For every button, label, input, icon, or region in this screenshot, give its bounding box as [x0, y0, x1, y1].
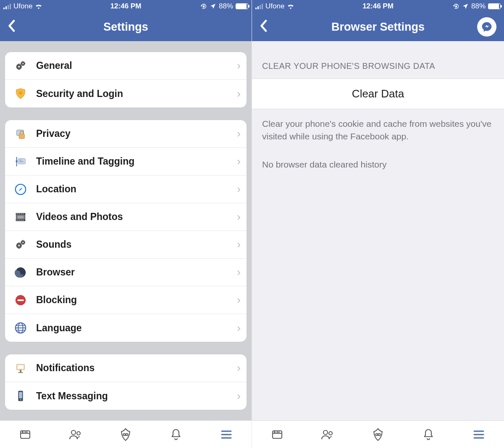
- svg-point-62: [329, 432, 332, 435]
- svg-rect-20: [23, 213, 24, 214]
- privacy-lock-icon: [13, 127, 28, 141]
- settings-row-text-messaging[interactable]: Text Messaging ›: [5, 382, 247, 410]
- tab-feed[interactable]: [268, 425, 286, 444]
- film-icon: [13, 210, 28, 224]
- browser-settings-screen: Ufone 12:46 PM 88% Browser Se: [252, 0, 504, 448]
- messenger-icon: [481, 21, 493, 33]
- row-label: Notifications: [36, 362, 237, 374]
- orientation-lock-icon: [453, 3, 459, 10]
- clear-data-button[interactable]: Clear Data: [252, 79, 504, 109]
- chevron-right-icon: ›: [237, 183, 241, 196]
- settings-row-language[interactable]: Language ›: [5, 314, 247, 342]
- svg-rect-0: [203, 6, 205, 8]
- svg-point-51: [123, 433, 126, 435]
- globe-grid-icon: [13, 321, 28, 335]
- tab-menu[interactable]: [470, 425, 488, 444]
- section-header: CLEAR YOUR PHONE'S BROWSING DATA: [252, 41, 504, 79]
- svg-rect-39: [18, 365, 23, 369]
- wifi-icon: [287, 3, 294, 9]
- svg-point-44: [20, 399, 21, 401]
- compass-icon: [13, 182, 28, 196]
- tab-explore[interactable]: [116, 425, 135, 444]
- browser-settings-content: CLEAR YOUR PHONE'S BROWSING DATA Clear D…: [252, 41, 504, 448]
- chevron-right-icon: ›: [237, 362, 241, 375]
- tab-friends[interactable]: [66, 425, 85, 444]
- row-label: Security and Login: [36, 88, 237, 100]
- svg-rect-56: [455, 6, 457, 8]
- svg-point-28: [18, 245, 20, 246]
- settings-list[interactable]: General › Security and Login › P: [0, 41, 252, 448]
- chevron-right-icon: ›: [237, 127, 241, 140]
- svg-rect-41: [18, 372, 23, 373]
- svg-rect-11: [19, 160, 22, 160]
- svg-rect-19: [21, 213, 22, 214]
- svg-rect-25: [18, 215, 24, 219]
- gears-icon: [13, 238, 28, 252]
- settings-row-privacy[interactable]: Privacy ›: [5, 120, 247, 148]
- block-icon: [13, 293, 28, 307]
- tab-explore[interactable]: [369, 425, 387, 444]
- tab-bar: [0, 420, 252, 448]
- chevron-right-icon: ›: [237, 87, 241, 100]
- row-label: General: [36, 60, 237, 71]
- settings-group: Privacy › Timeline and Tagging › Locatio…: [5, 120, 247, 342]
- settings-row-general[interactable]: General ›: [5, 52, 247, 80]
- row-label: Language: [36, 322, 237, 334]
- svg-rect-18: [18, 213, 20, 214]
- svg-point-47: [22, 432, 23, 432]
- svg-point-63: [376, 433, 378, 435]
- tab-notifications[interactable]: [419, 425, 438, 444]
- carrier-label: Ufone: [13, 2, 32, 10]
- back-button[interactable]: [8, 20, 15, 34]
- tab-menu[interactable]: [217, 425, 236, 444]
- chevron-right-icon: ›: [237, 59, 241, 72]
- chevron-right-icon: ›: [237, 293, 241, 307]
- svg-point-49: [71, 430, 76, 435]
- chevron-right-icon: ›: [237, 322, 241, 335]
- settings-row-notifications[interactable]: Notifications ›: [5, 354, 247, 382]
- settings-row-videos[interactable]: Videos and Photos ›: [5, 203, 247, 231]
- row-label: Browser: [36, 267, 237, 278]
- signal-icon: [3, 3, 11, 9]
- svg-point-64: [378, 433, 381, 435]
- tab-bar: [252, 420, 504, 448]
- svg-point-4: [22, 63, 24, 64]
- messenger-button[interactable]: [477, 17, 496, 37]
- settings-screen: Ufone 12:46 PM 88% Settings: [0, 0, 252, 448]
- globe-dark-icon: [13, 265, 28, 280]
- chevron-right-icon: ›: [237, 210, 241, 223]
- svg-rect-40: [20, 369, 21, 372]
- signal-icon: [255, 3, 263, 9]
- shield-badge-icon: [13, 86, 28, 101]
- status-bar: Ufone 12:46 PM 88%: [0, 0, 252, 13]
- tab-feed[interactable]: [16, 425, 34, 444]
- svg-rect-43: [19, 392, 22, 398]
- battery-icon: [236, 3, 248, 9]
- chevron-right-icon: ›: [237, 266, 241, 279]
- nav-header: Browser Settings: [252, 13, 504, 41]
- settings-row-timeline[interactable]: Timeline and Tagging ›: [5, 148, 247, 176]
- svg-point-50: [77, 432, 80, 435]
- sms-phone-icon: [13, 389, 28, 403]
- svg-rect-32: [18, 299, 24, 301]
- chevron-right-icon: ›: [237, 238, 241, 251]
- back-button[interactable]: [260, 20, 267, 34]
- svg-point-61: [323, 430, 328, 435]
- settings-row-sounds[interactable]: Sounds ›: [5, 231, 247, 259]
- svg-rect-23: [21, 220, 22, 220]
- board-icon: [13, 361, 28, 375]
- tab-notifications[interactable]: [167, 425, 185, 444]
- timeline-icon: [13, 155, 28, 169]
- settings-row-browser[interactable]: Browser ›: [5, 259, 247, 286]
- svg-point-52: [126, 433, 128, 435]
- battery-pct: 88%: [219, 2, 233, 10]
- settings-group: Notifications › Text Messaging ›: [5, 354, 247, 410]
- wifi-icon: [35, 3, 42, 9]
- status-bar: Ufone 12:46 PM 88%: [252, 0, 504, 13]
- settings-row-blocking[interactable]: Blocking ›: [5, 286, 247, 314]
- svg-point-5: [19, 91, 22, 94]
- row-label: Sounds: [36, 239, 237, 250]
- settings-row-security[interactable]: Security and Login ›: [5, 80, 247, 107]
- settings-row-location[interactable]: Location ›: [5, 176, 247, 203]
- tab-friends[interactable]: [318, 425, 337, 444]
